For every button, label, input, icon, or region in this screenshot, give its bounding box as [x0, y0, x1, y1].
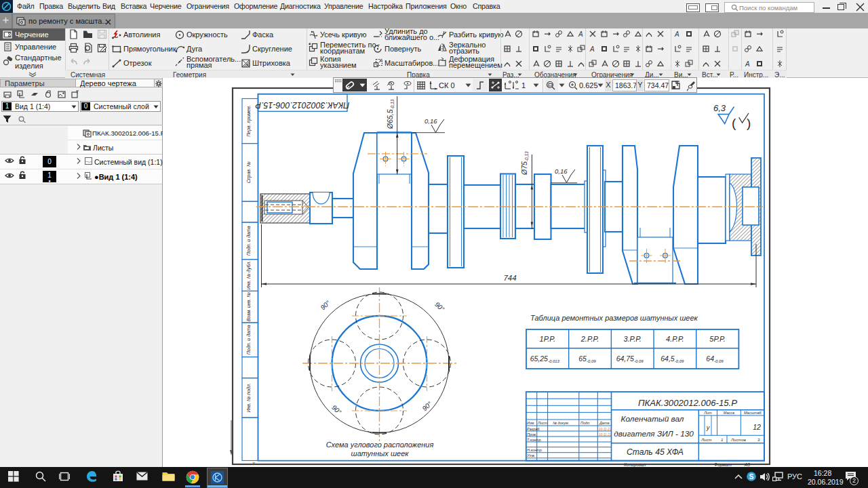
svg-text:Формат: Формат: [714, 462, 732, 467]
svg-text:A: A: [674, 30, 679, 38]
svg-text:Инв. № дубл.: Инв. № дубл.: [246, 260, 252, 289]
svg-text:2.Р.Р.: 2.Р.Р.: [580, 335, 599, 343]
svg-text:№ докум.: № докум.: [553, 421, 569, 425]
svg-text:10.11.21: 10.11.21: [599, 428, 612, 431]
svg-text:ПКАК.3002012.006-15.Р: ПКАК.3002012.006-15.Р: [638, 398, 737, 408]
svg-text:Подп.: Подп.: [580, 421, 591, 425]
svg-text:Перв. примен.: Перв. примен.: [246, 105, 252, 137]
svg-text:Коленчатый вал: Коленчатый вал: [621, 414, 684, 424]
svg-text:0,16: 0,16: [555, 167, 568, 175]
svg-text:1: 1: [721, 438, 723, 442]
svg-text:S: S: [749, 473, 754, 481]
svg-text:Лист: Лист: [537, 421, 548, 425]
svg-text:1Р.Р.: 1Р.Р.: [540, 335, 555, 343]
svg-text:A: A: [589, 45, 595, 53]
svg-text:Сталь 45 ХФА: Сталь 45 ХФА: [627, 447, 684, 457]
svg-text:Масса: Масса: [724, 411, 734, 415]
svg-text:Т.контр.: Т.контр.: [527, 438, 542, 442]
svg-text:Разраб.: Разраб.: [527, 427, 540, 431]
svg-text:шатунных шеек: шатунных шеек: [351, 449, 410, 458]
svg-text:ПКАК.3002012.006-15.Р: ПКАК.3002012.006-15.Р: [255, 100, 349, 110]
svg-text:744: 744: [503, 274, 516, 282]
svg-text:10.11.21: 10.11.21: [599, 433, 612, 436]
svg-text:Таблица ремонтных размеров шат: Таблица ремонтных размеров шатунных шеек: [530, 314, 698, 322]
svg-text:12: 12: [753, 423, 761, 431]
svg-text:двигателя ЗИЛ - 130: двигателя ЗИЛ - 130: [614, 429, 694, 439]
svg-text:Листов: Листов: [730, 438, 746, 442]
svg-text:А3: А3: [744, 462, 750, 467]
svg-text:): ): [747, 116, 751, 130]
svg-text:5Р.Р.: 5Р.Р.: [709, 335, 725, 343]
svg-text:Изм.: Изм.: [527, 421, 535, 425]
svg-text:4.Р.Р.: 4.Р.Р.: [666, 335, 684, 343]
svg-text:Лит: Лит: [703, 411, 712, 415]
svg-text:у: у: [706, 424, 710, 431]
svg-text:Справ. №: Справ. №: [246, 161, 252, 183]
svg-text:Взам. инв. №: Взам. инв. №: [246, 292, 251, 322]
svg-text:3.Р.Р.: 3.Р.Р.: [623, 335, 642, 343]
svg-text:Копировал: Копировал: [624, 462, 646, 467]
svg-text:Н.контр.: Н.контр.: [527, 448, 542, 452]
svg-text:Утв.: Утв.: [526, 453, 536, 458]
svg-text:0,16: 0,16: [425, 117, 437, 125]
svg-text:Инв. № подл.: Инв. № подл.: [246, 383, 251, 412]
svg-text:Подп. и дата: Подп. и дата: [246, 226, 251, 256]
svg-text:A: A: [578, 30, 583, 38]
svg-text:Масштаб: Масштаб: [744, 411, 762, 415]
svg-text:6,3: 6,3: [713, 103, 726, 113]
svg-text:Дата: Дата: [599, 421, 610, 425]
svg-text:Подп. и дата: Подп. и дата: [246, 325, 251, 354]
svg-text:Лист: Лист: [701, 438, 711, 442]
svg-text:(: (: [732, 116, 736, 130]
svg-text:Схема углового расположения: Схема углового расположения: [326, 441, 434, 449]
svg-text:A: A: [745, 60, 750, 68]
svg-text:Пров.: Пров.: [527, 432, 537, 436]
